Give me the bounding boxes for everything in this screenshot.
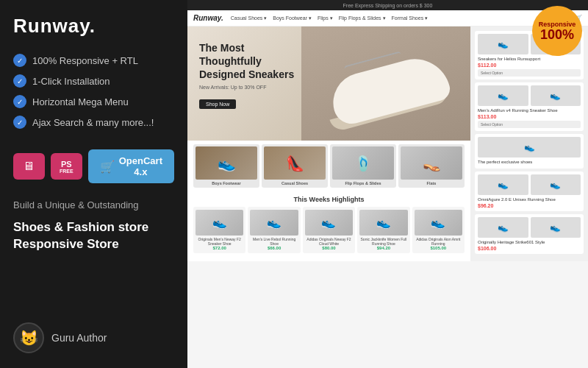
ps-label: PS [61,160,72,169]
highlight-card-0[interactable]: 👟 Originals Men's Neway F2 Sneaker Shoe … [193,207,245,253]
select-option-button[interactable]: Select Option [478,69,581,77]
category-image: 👡 [401,146,462,180]
nav-link-item[interactable]: Boys Footwear ▾ [273,15,312,21]
author-name: Guru Author [51,332,107,344]
category-item-3[interactable]: 👡 Flats [398,144,465,188]
right-shoe-title: The perfect exclusive shoes [478,160,581,164]
highlights-section: This Weeks Highlights 👟 Originals Men's … [187,191,470,258]
nav-link-item[interactable]: Flips ▾ [318,15,333,21]
highlight-image: 👟 [250,210,298,236]
highlight-image: 👟 [196,210,243,236]
hero-title: The Most Thoughtfully Designed Sneakers [199,41,302,82]
hero-content: The Most Thoughtfully Designed Sneakers … [199,41,302,109]
right-shoe-title: OmniAgure 2.0 E Unisex Running Shoe [478,197,581,202]
topbar-text: Free Express Shipping on orders $ 300 [343,3,433,8]
highlight-price: $72.00 [196,246,243,250]
category-label: Flats [401,181,462,185]
highlight-card-2[interactable]: 👟 Adidas Originals Neway F2 Cloud White … [303,207,355,253]
right-shoe-item-1: 👟👟 Men's AdiRun v4 Running Sneaker Shoe … [475,82,584,131]
monitor-button[interactable]: 🖥 [13,153,45,180]
check-icon: ✓ [13,74,26,88]
opencart-label: OpenCart 4.x [119,155,162,177]
nav-link-item[interactable]: Formal Shoes ▾ [392,15,429,21]
select-option-button[interactable]: Select Option [478,121,581,128]
highlight-card-4[interactable]: 👟 Adidas Originals Aion Amrit Running $1… [412,207,465,253]
author-section: 😺 Guru Author [13,315,174,353]
hero-subtitle: New Arrivals: Up to 30% OFF [199,85,302,90]
highlights-grid: 👟 Originals Men's Neway F2 Sneaker Shoe … [193,207,465,253]
category-item-0[interactable]: 👟 Boys Footwear [193,144,259,188]
category-label: Casual Shoes [264,181,326,185]
hero-cta-button[interactable]: Shop Now [199,99,236,109]
feature-item-responsive: ✓ 100% Responsive + RTL [13,54,174,67]
right-shoe-images: 👟👟 [478,217,581,238]
highlight-price: $105.00 [415,246,462,250]
right-shoe-images: 👟👟 [478,174,581,195]
shoe-illustration [323,47,456,121]
right-shoe-item-3: 👟👟 OmniAgure 2.0 E Unisex Running Shoe $… [475,171,584,211]
brand-title: Runway. [13,15,174,38]
right-shoe-price: $113.00 [478,114,581,119]
highlight-card-3[interactable]: 👟 Sonic Jackknife Women Full Running Sho… [357,207,409,253]
highlight-price: $94.20 [359,246,407,250]
badge-text-percent: 100% [540,28,574,41]
right-shoe-image: 👟 [478,137,581,158]
right-shoe-image: 👟 [478,34,528,54]
category-image: 👠 [264,146,326,180]
check-icon: ✓ [13,95,26,108]
preview-topbar: Free Express Shipping on orders $ 300 [187,0,588,10]
description-text: Build a Unique & Outstanding [13,198,174,213]
right-shoe-images: 👟👟 [478,85,581,106]
highlight-image: 👟 [415,210,462,236]
monitor-icon: 🖥 [23,160,35,173]
nav-logo: Runway. [193,14,223,22]
store-title: Shoes & Fashion storeResponsive Store [13,219,174,254]
category-image: 🩴 [332,146,394,180]
nav-links: Casual Shoes ▾Boys Footwear ▾Flips ▾Flip… [231,15,539,21]
category-label: Boys Footwear [196,181,257,185]
feature-text: Horizontal Mega Menu [32,96,129,107]
nav-link-item[interactable]: Casual Shoes ▾ [231,15,268,21]
right-shoe-image: 👟 [478,85,528,106]
highlight-title: Men's Live Rebol Running Shoe [250,237,298,246]
feature-text: Ajax Search & many more...! [32,117,154,128]
right-shoe-price: $106.00 [478,246,581,251]
right-shoe-image: 👟 [478,217,528,238]
nav-link-item[interactable]: Flip Flops & Slides ▾ [339,15,386,21]
category-grid: 👟 Boys Footwear👠 Casual Shoes🩴 Flip Flop… [187,141,470,191]
sidebar: Runway. ✓ 100% Responsive + RTL✓ 1-Click… [0,0,187,368]
feature-text: 1-Click Installation [32,76,110,87]
cta-buttons: 🖥 PS FREE 🛒 OpenCart 4.x [13,149,174,183]
highlight-image: 👟 [359,210,407,236]
preview-nav: Runway. Casual Shoes ▾Boys Footwear ▾Fli… [187,10,588,26]
responsive-badge: Responsive 100% [532,6,582,56]
category-label: Flip Flops & Slides [332,181,394,185]
category-image: 👟 [196,146,257,180]
check-icon: ✓ [13,116,26,129]
preview-content: The Most Thoughtfully Designed Sneakers … [187,26,470,261]
right-shoe-images: 👟 [478,137,581,158]
highlight-title: Sonic Jackknife Women Full Running Shoe [359,237,407,246]
right-shoe-price: $112.00 [478,63,581,68]
hero-image [301,26,470,141]
highlight-card-1[interactable]: 👟 Men's Live Rebol Running Shoe $66.00 [248,207,300,253]
highlight-title: Adidas Originals Aion Amrit Running [415,237,462,246]
right-shoe-image: 👟 [478,174,528,195]
opencart-button[interactable]: 🛒 OpenCart 4.x [88,149,174,183]
right-shoe-image: 👟 [531,174,581,195]
preview-main: The Most Thoughtfully Designed Sneakers … [187,26,588,261]
category-item-2[interactable]: 🩴 Flip Flops & Slides [330,144,396,188]
highlight-price: $66.00 [250,246,298,250]
highlight-title: Originals Men's Neway F2 Sneaker Shoe [196,237,243,246]
hero-section: The Most Thoughtfully Designed Sneakers … [187,26,470,141]
feature-item-click-install: ✓ 1-Click Installation [13,74,174,88]
ps-button[interactable]: PS FREE [51,153,82,180]
right-shoe-price: $96.20 [478,203,581,208]
author-avatar: 😺 [13,322,44,353]
highlight-image: 👟 [305,210,353,236]
category-item-1[interactable]: 👠 Casual Shoes [262,144,328,188]
right-shoe-title: Originally Heritage Strike601 Style [478,240,581,244]
highlights-title: This Weeks Highlights [193,196,465,203]
right-shoe-item-4: 👟👟 Originally Heritage Strike601 Style $… [475,214,584,254]
feature-item-ajax-search: ✓ Ajax Search & many more...! [13,116,174,129]
